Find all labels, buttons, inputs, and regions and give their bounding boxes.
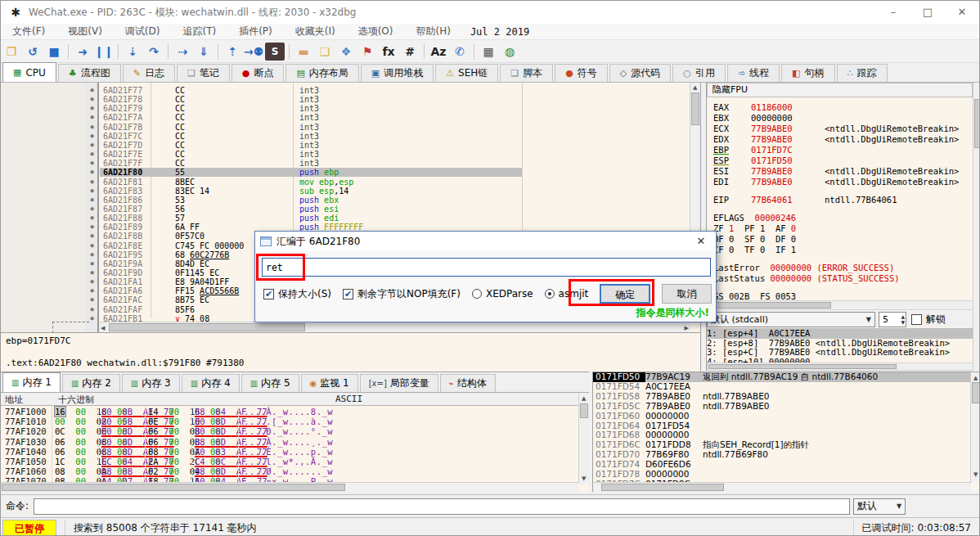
argument-row[interactable]: 3: [esp+C] 77B9ABE0 <ntdll.DbgUiRemoteBr… — [707, 348, 973, 358]
calling-convention-select[interactable]: 默认 (stdcall) ▼ — [707, 312, 875, 327]
cancel-button[interactable]: 取消 — [662, 284, 712, 304]
register-line[interactable]: EBX00000000 — [713, 113, 973, 124]
stack-row[interactable]: 0171FD5877B9ABE0ntdll.77B9ABE0 — [593, 392, 980, 402]
tab-struct[interactable]: ⌁结构体 — [440, 374, 496, 392]
tab-trace[interactable]: ∴跟踪 — [837, 64, 888, 82]
register-line[interactable]: EFLAGS 00000246 — [713, 213, 973, 223]
dump-row[interactable]: 77AF101000 00 02 0080 5B AF 770E 00 10 0… — [1, 417, 578, 426]
disasm-row[interactable]: ●6AD21F7ACCint3 — [1, 113, 690, 122]
open-folder-icon[interactable]: ❐ — [2, 43, 21, 61]
register-line[interactable]: OF 0 SF 0 DF 0 — [713, 234, 973, 245]
register-line[interactable]: EDI77B9ABE0<ntdll.DbgUiRemoteBreakin> — [713, 177, 973, 187]
tab-handles[interactable]: ◧句柄 — [781, 64, 834, 82]
tab-symbols[interactable]: ●符号 — [555, 64, 608, 82]
disasm-row[interactable]: ●6AD21F8055push ebp — [1, 168, 690, 177]
calculator-icon[interactable]: ▦ — [479, 43, 498, 61]
tab-seh[interactable]: ⚠SEH链 — [435, 64, 498, 82]
disasm-row[interactable]: ●6AD21F7DCCint3 — [1, 141, 690, 150]
step-into-icon[interactable]: ⇣ — [123, 43, 142, 61]
tab-references[interactable]: ○引用 — [672, 64, 726, 82]
command-profile-select[interactable]: 默认 ▼ — [853, 498, 906, 515]
assembly-instruction-input[interactable] — [262, 258, 711, 277]
menu-item-4[interactable]: 插件(P) — [227, 25, 284, 38]
menu-item-3[interactable]: 追踪(T) — [171, 25, 227, 38]
breakpoint-dot-icon[interactable]: ● — [85, 168, 99, 177]
breakpoint-dot-icon[interactable]: ● — [85, 132, 99, 141]
minimize-button[interactable]: – — [876, 1, 910, 24]
tab-cpu[interactable]: ▦CPU — [2, 62, 56, 82]
dialog-close-icon[interactable]: ✕ — [686, 232, 716, 251]
disasm-row[interactable]: ●6AD21F8756push esi — [1, 205, 690, 214]
disasm-row[interactable]: ●6AD21F8653push ebx — [1, 196, 690, 205]
bookmarks-icon[interactable]: ⚑ — [357, 43, 377, 61]
register-line[interactable]: LastStatus 00000000 (STATUS_SUCCESS) — [713, 273, 973, 284]
tab-locals[interactable]: [x=]局部变量 — [360, 374, 438, 392]
pause-icon[interactable]: ❙❙ — [94, 43, 114, 61]
arguments-horizontal-scrollbar[interactable] — [707, 363, 973, 371]
strings-icon[interactable]: Aᴢ — [429, 43, 448, 61]
disasm-row[interactable]: ●6AD21F77CCint3 — [1, 86, 690, 95]
menu-item-0[interactable]: 文件(F) — [1, 25, 56, 38]
tab-notes[interactable]: ❏笔记 — [177, 64, 230, 82]
breakpoint-dot-icon[interactable]: ● — [85, 241, 99, 250]
hide-fpu-button[interactable]: 隐藏FPU — [707, 83, 973, 97]
run-icon[interactable]: ➜ — [73, 43, 92, 61]
nop-fill-option[interactable]: ✔ 剩余字节以NOP填充(F) — [343, 287, 461, 301]
asmjit-radio[interactable] — [545, 289, 555, 299]
register-line[interactable]: CF 0 TF 0 IF 1 — [713, 245, 973, 255]
breakpoint-dot-icon[interactable]: ● — [85, 205, 99, 214]
tab-script[interactable]: ❏脚本 — [500, 64, 553, 82]
tab-dump-2[interactable]: ▥内存 2 — [62, 374, 120, 392]
unlock-checkbox[interactable]: ✔ — [911, 314, 922, 325]
breakpoint-dot-icon[interactable]: ● — [85, 141, 99, 150]
breakpoint-dot-icon[interactable]: ● — [85, 95, 99, 104]
register-line[interactable]: ESI77B9ABE0<ntdll.DbgUiRemoteBreakin> — [713, 166, 973, 177]
dump-horizontal-scrollbar[interactable] — [1, 482, 578, 492]
memory-dump-panel[interactable]: ▥内存 1▥内存 2▥内存 3▥内存 4▥内存 5◉监视 1[x=]局部变量⌁结… — [1, 372, 589, 492]
register-line[interactable]: ZF 1 PF 1 AF 0 — [713, 223, 973, 234]
patches-icon[interactable]: ▬ — [294, 43, 313, 61]
stack-horizontal-scrollbar[interactable] — [593, 482, 971, 492]
settings-s-icon[interactable]: S — [265, 43, 285, 61]
tab-memory-map[interactable]: ▤内存布局 — [285, 64, 358, 82]
menu-item-2[interactable]: 调试(D) — [114, 25, 172, 38]
unlock-option[interactable]: ✔ 解锁 — [911, 313, 946, 327]
breakpoint-dot-icon[interactable]: ● — [85, 159, 99, 168]
breakpoint-dot-icon[interactable]: ● — [85, 113, 99, 122]
breakpoint-dot-icon[interactable]: ● — [85, 277, 99, 286]
stack-row[interactable]: 0171FD5C77B9ABE0ntdll.77B9ABE0 — [593, 402, 980, 412]
exec-till-return-icon[interactable]: ⇡ — [223, 43, 242, 61]
disasm-row[interactable]: ●6AD21F79CCint3 — [1, 104, 690, 113]
dump-vertical-scrollbar[interactable]: ▲ ▼ — [578, 394, 589, 484]
stop-icon[interactable]: ■ — [44, 43, 64, 61]
breakpoint-dot-icon[interactable]: ● — [85, 86, 99, 95]
register-line[interactable]: EBP0171FD7C — [713, 145, 973, 155]
breakpoint-dot-icon[interactable]: ● — [85, 196, 99, 205]
menu-item-1[interactable]: 视图(V) — [56, 25, 114, 38]
disasm-row[interactable]: ●6AD21F818BECmov ebp,esp — [1, 178, 690, 187]
function-icon[interactable]: fx — [379, 43, 398, 61]
breakpoint-dot-icon[interactable]: ● — [85, 250, 99, 259]
command-input[interactable] — [34, 498, 850, 515]
arguments-list[interactable]: 1: [esp+4] A0C17EEA2: [esp+8] 77B9ABE0 <… — [707, 328, 973, 363]
tab-dump-5[interactable]: ▥内存 5 — [241, 374, 299, 392]
register-line[interactable]: ECX77B9ABE0<ntdll.DbgUiRemoteBreakin> — [713, 124, 973, 134]
log-icon[interactable]: ✆ — [450, 43, 470, 61]
disasm-row[interactable]: ●6AD21F8383EC 14sub esp,14 — [1, 187, 690, 196]
stack-vertical-scrollbar[interactable]: ▲ ▼ — [970, 372, 980, 482]
argument-count-stepper[interactable]: 5 ▲▼ — [879, 312, 906, 327]
disasm-horizontal-scrollbar[interactable]: ◀ ▶ — [99, 322, 690, 332]
tab-breakpoints[interactable]: ●断点 — [232, 64, 285, 82]
menu-item-6[interactable]: 选项(O) — [347, 25, 405, 38]
dump-row[interactable]: 77AF103006 00 08 00C0 8D AF 7706 00 08 0… — [1, 437, 578, 447]
stack-panel[interactable]: 0171FD5077B9AC19返回到 ntdll.77B9AC19 自 ntd… — [592, 372, 980, 492]
register-line[interactable]: EAX01186000 — [713, 102, 973, 113]
tab-threads[interactable]: ➾线程 — [727, 64, 780, 82]
dump-row[interactable]: 77AF104006 00 08 00C8 8D AF 7708 00 0A 0… — [1, 447, 578, 457]
disasm-row[interactable]: ●6AD21F7CCCint3 — [1, 132, 690, 141]
menu-item-7[interactable]: 帮助(H) — [404, 25, 461, 38]
register-line[interactable]: ESP0171FD50 — [713, 155, 973, 166]
xedparse-radio[interactable] — [472, 289, 482, 299]
breakpoint-dot-icon[interactable]: ● — [85, 268, 99, 277]
disasm-row[interactable]: ●6AD21F78CCint3 — [1, 95, 690, 104]
